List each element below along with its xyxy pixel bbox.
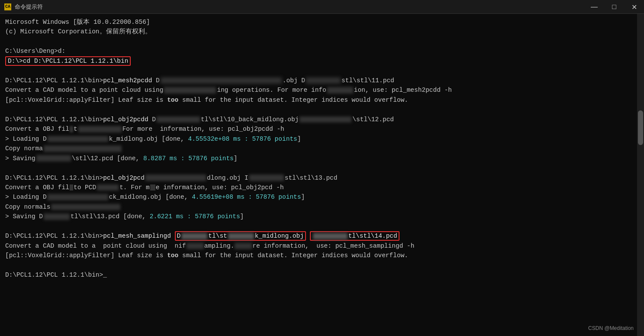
- terminal-line: [5, 66, 639, 75]
- highlighted-mesh-sampling-command: D:\PCL1.12\PCL 1.12.1\bin>pcl_mesh_sampl…: [5, 231, 639, 241]
- terminal-line: [5, 261, 639, 270]
- terminal-line: [5, 163, 639, 173]
- terminal-line: > Saving Dtl\stl\13.pcd [done, 2.6221 ms…: [5, 212, 639, 221]
- watermark: CSDN @Meditation: [588, 324, 634, 333]
- terminal-line: Convert a OBJ filtFor more information, …: [5, 124, 639, 134]
- terminal-line: D:\PCL1.12\PCL 1.12.1\bin>pcl_obj2pcddlo…: [5, 173, 639, 183]
- scrollbar[interactable]: [637, 14, 644, 336]
- terminal-line: > Loading Dk_midlong.obj [done, 4.55532e…: [5, 134, 639, 144]
- maximize-button[interactable]: □: [604, 0, 624, 14]
- terminal-line: Copy normals: [5, 202, 639, 212]
- title-bar: CA 命令提示符 — □ ✕: [0, 0, 644, 14]
- terminal-line: C:\Users\Deng>d:: [5, 46, 639, 56]
- terminal-line: Microsoft Windows [版本 10.0.22000.856]: [5, 17, 639, 27]
- terminal-line: Convert a CAD model to a point cloud usi…: [5, 85, 639, 95]
- scrollbar-thumb[interactable]: [638, 110, 643, 145]
- terminal-line-voxelgrid1: [pcl::VoxelGrid::applyFilter] Leaf size …: [5, 95, 639, 105]
- highlighted-cd-command: D:\>cd D:\PCL1.12\PCL 1.12.1\bin: [5, 56, 639, 66]
- window-title: 命令提示符: [15, 3, 43, 11]
- terminal-prompt: D:\PCL1.12\PCL 1.12.1\bin>_: [5, 270, 639, 280]
- terminal-line: > Saving\stl\12.pcd [done, 8.8287 ms : 5…: [5, 154, 639, 163]
- window-controls: — □ ✕: [584, 0, 644, 14]
- terminal-line: D:\PCL1.12\PCL 1.12.1\bin>pcl_mesh2pcdd …: [5, 76, 639, 85]
- terminal-line: Copy norma: [5, 144, 639, 153]
- close-button[interactable]: ✕: [624, 0, 644, 14]
- terminal-line: D:\PCL1.12\PCL 1.12.1\bin>pcl_obj2pcdd D…: [5, 115, 639, 124]
- terminal-window[interactable]: Microsoft Windows [版本 10.0.22000.856] (c…: [0, 14, 644, 336]
- terminal-line: Convert a CAD model to a point cloud usi…: [5, 241, 639, 251]
- minimize-button[interactable]: —: [584, 0, 604, 14]
- terminal-line: [5, 222, 639, 231]
- app-icon: CA: [4, 3, 11, 10]
- terminal-line-voxelgrid2: [pcl::VoxelGrid::applyFilter] Leaf size …: [5, 251, 639, 260]
- terminal-line: Convert a OBJ filto PCDt. For me informa…: [5, 183, 639, 192]
- terminal-line: (c) Microsoft Corporation。保留所有权利。: [5, 27, 639, 36]
- terminal-line: [5, 37, 639, 46]
- terminal-line: > Loading Dck_midlong.obj [done, 4.55619…: [5, 192, 639, 202]
- terminal-line: [5, 105, 639, 114]
